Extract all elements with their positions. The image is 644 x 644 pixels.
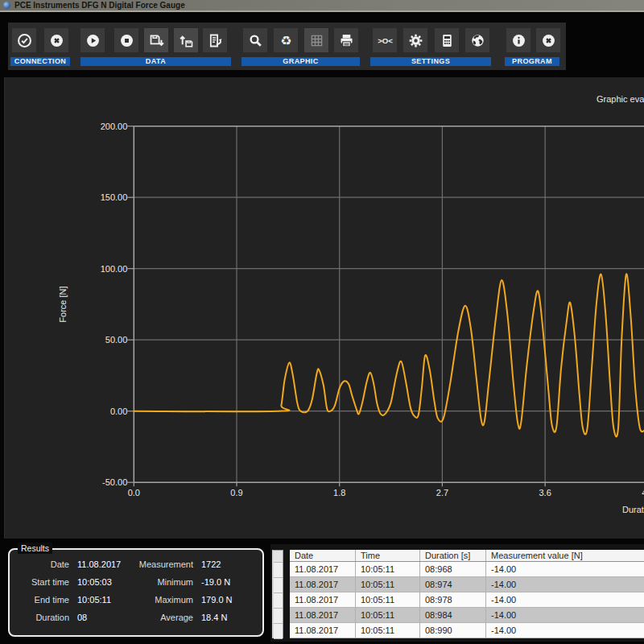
x-circle-icon <box>48 32 65 49</box>
table-row[interactable]: 11.08.2017 10:05:11 08:990 -14.00 <box>290 623 644 638</box>
x-axis-title: Duration <box>622 505 644 514</box>
cell-time: 10:05:11 <box>356 592 420 607</box>
y-tick-label: 50.00 <box>105 335 128 345</box>
save-data-button[interactable] <box>144 28 168 52</box>
stop-circle-icon <box>118 32 135 49</box>
cell-time: 10:05:11 <box>356 608 420 622</box>
cell-duration: 08:990 <box>420 623 486 638</box>
play-circle-icon <box>85 32 101 49</box>
x-tick-label: 2.7 <box>436 488 448 497</box>
result-start-time-value: 10:05:03 <box>77 577 112 587</box>
row-header-cell[interactable] <box>274 609 283 624</box>
table-row[interactable]: 11.08.2017 10:05:11 08:984 -14.00 <box>290 608 644 623</box>
load-data-button[interactable] <box>174 28 198 52</box>
cell-value: -14.00 <box>486 577 644 592</box>
stop-measurement-button[interactable] <box>114 28 138 52</box>
result-maximum-label: Maximum <box>122 595 193 605</box>
window-title: PCE Instruments DFG N Digital Force Gaug… <box>14 0 185 10</box>
connect-button[interactable] <box>12 28 36 52</box>
recycle-icon: ♻ <box>278 32 295 49</box>
header-time[interactable]: Time <box>356 550 420 561</box>
row-header-column <box>272 550 283 638</box>
cell-duration: 08:984 <box>420 608 486 622</box>
result-end-time-value: 10:05:11 <box>77 595 111 605</box>
y-tick-label: 200.00 <box>101 122 128 131</box>
force-line-chart: 0.00.91.82.73.64.5200.00150.00100.0050.0… <box>5 77 644 539</box>
row-header-cell[interactable] <box>274 624 283 639</box>
disconnect-button[interactable] <box>44 28 68 52</box>
result-minimum-label: Minimum <box>122 577 193 587</box>
chart-title: Graphic evaluation <box>597 94 644 104</box>
report-arrow-icon <box>207 32 224 49</box>
cell-duration: 08:974 <box>420 577 486 592</box>
result-minimum-value: -19.0 N <box>201 577 230 587</box>
table-row[interactable]: 11.08.2017 10:05:11 08:974 -14.00 <box>290 577 644 592</box>
group-label-data: DATA <box>80 57 231 66</box>
cell-duration: 08:978 <box>420 592 486 607</box>
load-floppy-up-icon <box>178 32 195 49</box>
start-measurement-button[interactable] <box>80 28 105 52</box>
result-maximum-value: 179.0 N <box>201 595 233 605</box>
magnifier-icon <box>247 32 264 49</box>
toolbar: ♻ >O< <box>8 23 566 70</box>
force-series-line <box>134 274 644 436</box>
globe-icon <box>469 32 486 49</box>
tare-icon: >O< <box>377 32 394 49</box>
table-row[interactable]: 11.08.2017 10:05:11 08:968 -14.00 <box>290 562 644 577</box>
svg-text:>O<: >O< <box>378 36 393 45</box>
x-tick-label: 3.6 <box>539 488 551 497</box>
results-legend: Results <box>18 543 52 554</box>
result-date-label: Date <box>13 559 69 569</box>
cell-time: 10:05:11 <box>356 623 420 638</box>
header-measurement[interactable]: Measurement value [N] <box>486 550 644 561</box>
y-tick-label: 100.00 <box>101 264 128 274</box>
row-header-cell[interactable] <box>274 593 283 609</box>
cell-value: -14.00 <box>486 608 644 622</box>
row-header-cell[interactable] <box>274 563 283 578</box>
exit-button[interactable] <box>536 28 560 52</box>
save-floppy-down-icon <box>148 32 165 49</box>
x-tick-label: 0.9 <box>230 488 242 497</box>
row-header-cell[interactable] <box>274 578 283 593</box>
language-button[interactable] <box>465 28 489 52</box>
info-button[interactable] <box>506 28 530 52</box>
refresh-button[interactable]: ♻ <box>274 28 298 52</box>
grid-toggle-button[interactable] <box>304 28 328 52</box>
x-tick-label: 1.8 <box>333 488 345 497</box>
settings-button[interactable] <box>403 28 427 52</box>
export-report-button[interactable] <box>203 28 227 52</box>
row-header-cell[interactable] <box>274 551 283 563</box>
calculator-button[interactable] <box>435 28 459 52</box>
table-row[interactable]: 11.08.2017 10:05:11 08:978 -14.00 <box>290 592 644 608</box>
cell-value: -14.00 <box>486 623 644 638</box>
result-average-value: 18.4 N <box>201 613 227 622</box>
y-axis-title: Force [N] <box>58 286 68 322</box>
header-duration[interactable]: Duration [s] <box>420 550 486 561</box>
cell-date: 11.08.2017 <box>290 592 356 607</box>
cell-time: 10:05:11 <box>356 577 420 592</box>
cell-date: 11.08.2017 <box>290 608 356 622</box>
result-average-label: Average <box>122 613 193 622</box>
chart-panel[interactable]: 0.00.91.82.73.64.5200.00150.00100.0050.0… <box>4 77 644 539</box>
title-bar[interactable]: PCE Instruments DFG N Digital Force Gaug… <box>0 0 644 12</box>
y-tick-label: -50.00 <box>102 477 127 487</box>
group-label-connection: CONNECTION <box>10 57 70 66</box>
cell-date: 11.08.2017 <box>290 577 356 592</box>
x-tick-label: 0.0 <box>128 488 140 497</box>
cell-date: 11.08.2017 <box>290 623 356 638</box>
tare-button[interactable]: >O< <box>373 28 397 52</box>
cell-duration: 08:968 <box>420 562 486 576</box>
result-date-value: 11.08.2017 <box>77 559 121 569</box>
result-duration-label: Duration <box>13 613 69 622</box>
grid-icon <box>308 32 325 49</box>
result-end-time-label: End time <box>13 595 69 605</box>
result-measurement-value: 1722 <box>201 559 221 569</box>
group-label-program: PROGRAM <box>505 57 559 66</box>
result-start-time-label: Start time <box>13 577 69 587</box>
header-date[interactable]: Date <box>290 550 356 561</box>
measurement-table: Date Time Duration [s] Measurement value… <box>270 544 644 642</box>
zoom-button[interactable] <box>243 28 267 52</box>
result-measurement-label: Measurement <box>122 559 193 569</box>
svg-text:♻: ♻ <box>280 33 291 48</box>
print-button[interactable] <box>334 28 358 52</box>
